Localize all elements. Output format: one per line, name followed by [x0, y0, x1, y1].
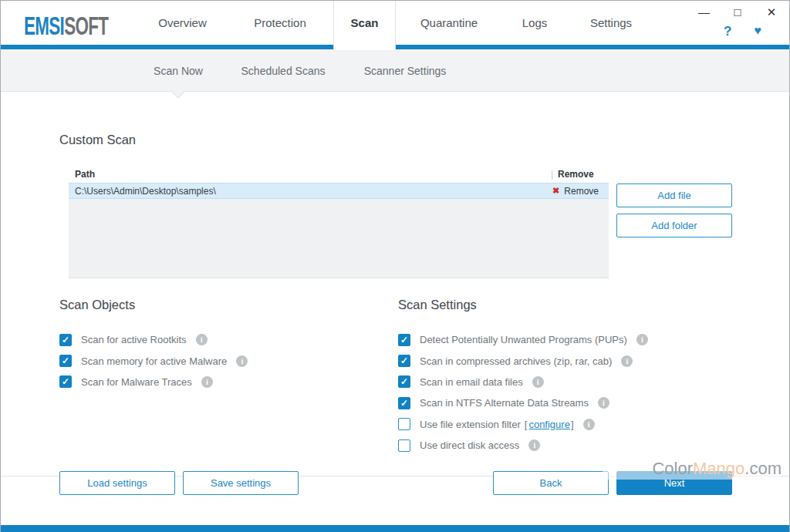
maximize-icon[interactable]: □: [732, 5, 743, 19]
info-icon[interactable]: i: [598, 397, 609, 409]
checkbox-active-rootkits[interactable]: [59, 334, 72, 346]
scan-path-table: Path | Remove C:\Users\Admin\Desktop\sam…: [69, 168, 609, 278]
list-item: Scan memory for active Malware i: [59, 350, 248, 371]
list-item: Detect Potentially Unwanted Programs (PU…: [398, 329, 648, 350]
list-item: Scan for active Rootkits i: [59, 329, 248, 350]
minimize-icon[interactable]: —: [698, 5, 709, 19]
tab-protection[interactable]: Protection: [246, 1, 314, 45]
bracket-open: [: [525, 419, 528, 430]
path-table-body: C:\Users\Admin\Desktop\samples\ ✖ Remove: [69, 183, 609, 278]
subtab-scanner-settings[interactable]: Scanner Settings: [357, 49, 453, 92]
configure-link[interactable]: configure: [528, 419, 569, 430]
path-table-header: Path | Remove: [69, 168, 609, 183]
column-divider: |: [551, 169, 553, 180]
colormango-watermark: ColorMango.com: [603, 459, 782, 480]
checkbox-label: Use file extension filter: [420, 419, 521, 430]
checkbox-label: Scan memory for active Malware: [81, 355, 227, 367]
checkbox-memory-malware[interactable]: [59, 355, 72, 367]
checkbox-email-data-files[interactable]: [398, 375, 410, 388]
list-item: Scan for Malware Traces i: [59, 372, 248, 392]
tab-settings[interactable]: Settings: [579, 1, 643, 45]
load-settings-button[interactable]: Load settings: [59, 471, 175, 495]
info-icon[interactable]: i: [528, 439, 540, 451]
checkbox-label: Use direct disk access: [420, 439, 519, 451]
scan-objects-list: Scan for active Rootkits i Scan memory f…: [59, 329, 248, 392]
checkbox-malware-traces[interactable]: [59, 375, 72, 388]
info-icon[interactable]: i: [532, 376, 544, 388]
checkbox-ntfs-ads[interactable]: [398, 397, 410, 409]
remove-path-button[interactable]: ✖ Remove: [552, 186, 609, 197]
help-icon[interactable]: ?: [724, 24, 731, 39]
logo-part-blue: EMSI: [24, 12, 64, 40]
remove-x-icon[interactable]: ✖: [552, 186, 559, 196]
header-icons: ? ♥: [724, 24, 761, 39]
watermark-color: Color: [652, 459, 693, 478]
logo-part-gray: SOFT: [64, 12, 108, 40]
column-header-path: Path: [75, 169, 95, 180]
path-cell: C:\Users\Admin\Desktop\samples\: [69, 186, 216, 197]
checkbox-label: Scan in NTFS Alternate Data Streams: [420, 397, 589, 409]
info-icon[interactable]: i: [583, 419, 595, 430]
table-row[interactable]: C:\Users\Admin\Desktop\samples\ ✖ Remove: [69, 183, 609, 199]
list-item: Use direct disk access i: [398, 435, 648, 456]
close-icon[interactable]: ✕: [766, 5, 777, 19]
window-controls: — □ ✕: [698, 5, 777, 19]
checkbox-label: Scan in email data files: [420, 376, 523, 388]
checkbox-direct-disk-access[interactable]: [398, 439, 410, 452]
save-settings-button[interactable]: Save settings: [183, 471, 299, 495]
list-item: Scan in email data files i: [398, 372, 648, 392]
info-icon[interactable]: i: [636, 334, 648, 345]
remove-label: Remove: [564, 186, 599, 197]
title-bar: EMSISOFT Overview Protection Scan Quaran…: [1, 1, 789, 45]
scan-settings-title: Scan Settings: [398, 298, 477, 312]
info-icon[interactable]: i: [621, 355, 633, 367]
info-icon[interactable]: i: [201, 376, 213, 388]
emsisoft-logo: EMSISOFT: [24, 12, 108, 41]
checkbox-file-extension-filter[interactable]: [398, 418, 410, 430]
checkbox-label: Scan for active Rootkits: [81, 334, 187, 345]
app-window: EMSISOFT Overview Protection Scan Quaran…: [0, 0, 790, 532]
info-icon[interactable]: i: [236, 355, 248, 367]
bracket-close: ]: [571, 419, 574, 430]
tab-quarantine[interactable]: Quarantine: [413, 1, 485, 45]
bottom-accent-bar: [1, 525, 789, 532]
tab-overview[interactable]: Overview: [150, 1, 215, 45]
checkbox-label: Scan in compressed archives (zip, rar, c…: [420, 355, 612, 367]
subtab-scheduled-scans[interactable]: Scheduled Scans: [236, 49, 330, 92]
custom-scan-title: Custom Scan: [59, 133, 136, 147]
checkbox-detect-pups[interactable]: [398, 334, 410, 346]
back-button[interactable]: Back: [493, 471, 609, 495]
tab-scan[interactable]: Scan: [333, 1, 396, 45]
column-header-remove: Remove: [558, 169, 594, 180]
add-folder-button[interactable]: Add folder: [616, 214, 732, 237]
watermark-mango: Mango: [693, 459, 744, 478]
scan-settings-list: Detect Potentially Unwanted Programs (PU…: [398, 329, 648, 456]
list-item: Scan in NTFS Alternate Data Streams i: [398, 392, 648, 413]
add-file-button[interactable]: Add file: [616, 184, 732, 207]
info-icon[interactable]: i: [196, 334, 208, 345]
checkbox-label: Detect Potentially Unwanted Programs (PU…: [420, 334, 627, 345]
checkbox-compressed-archives[interactable]: [398, 355, 410, 367]
scan-objects-title: Scan Objects: [59, 298, 135, 312]
watermark-com: .com: [744, 459, 782, 478]
heart-icon[interactable]: ♥: [755, 24, 762, 39]
checkbox-label: Scan for Malware Traces: [81, 376, 192, 388]
list-item: Use file extension filter [ configure ] …: [398, 414, 648, 435]
scan-subnav: Scan Now Scheduled Scans Scanner Setting…: [1, 49, 789, 92]
list-item: Scan in compressed archives (zip, rar, c…: [398, 350, 648, 371]
tab-logs[interactable]: Logs: [511, 1, 558, 45]
